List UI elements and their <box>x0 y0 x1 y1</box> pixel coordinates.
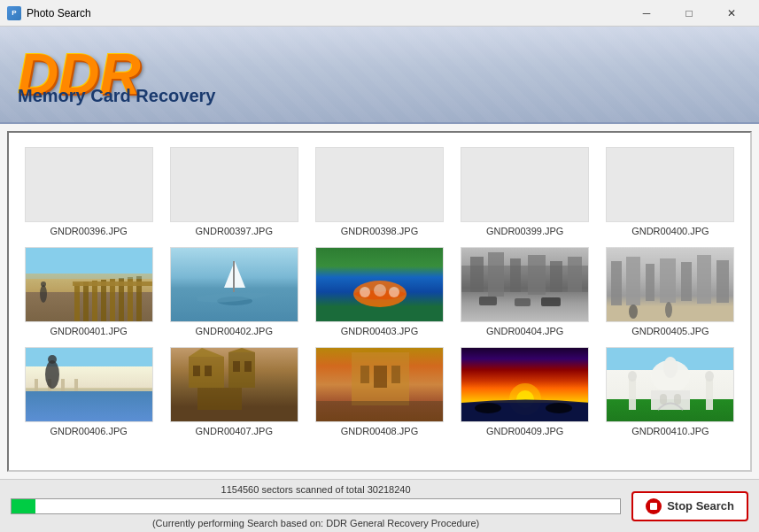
svg-rect-32 <box>646 264 654 301</box>
list-item[interactable]: GNDR00403.JPG <box>306 240 452 340</box>
svg-rect-23 <box>528 255 546 295</box>
photo-label: GNDR00397.JPG <box>196 226 273 236</box>
list-item[interactable]: GNDR00397.JPG <box>161 140 306 240</box>
photo-thumbnail <box>606 147 734 222</box>
svg-rect-70 <box>660 394 667 405</box>
app-subtitle: Memory Card Recovery <box>18 86 215 106</box>
window-title: Photo Search <box>27 7 91 19</box>
svg-point-10 <box>40 285 47 303</box>
photo-thumbnail <box>170 147 298 222</box>
header: DDR Memory Card Recovery <box>0 27 759 124</box>
list-item[interactable]: GNDR00399.JPG <box>453 140 598 240</box>
svg-rect-33 <box>660 258 676 303</box>
title-bar: P Photo Search ─ □ ✕ <box>0 0 759 27</box>
svg-rect-13 <box>233 261 235 292</box>
svg-rect-26 <box>479 297 497 305</box>
photo-label: GNDR00398.JPG <box>341 226 418 236</box>
photo-label: GNDR00403.JPG <box>341 326 418 336</box>
close-button[interactable]: ✕ <box>711 1 752 26</box>
svg-point-61 <box>475 403 501 413</box>
photo-thumbnail <box>606 347 734 422</box>
svg-rect-51 <box>233 361 240 372</box>
title-bar-controls: ─ □ ✕ <box>626 1 752 26</box>
svg-rect-31 <box>626 257 640 305</box>
photo-thumbnail <box>315 247 444 322</box>
svg-point-69 <box>705 371 714 382</box>
photo-label: GNDR00406.JPG <box>50 426 127 436</box>
svg-rect-1 <box>83 281 89 322</box>
svg-point-67 <box>628 371 637 382</box>
list-item[interactable]: GNDR00406.JPG <box>16 340 161 440</box>
stop-icon <box>646 498 662 514</box>
list-item[interactable]: GNDR00401.JPG <box>16 240 161 340</box>
photo-label: GNDR00404.JPG <box>486 326 563 336</box>
list-item[interactable]: GNDR00402.JPG <box>161 240 306 340</box>
svg-rect-27 <box>515 298 531 306</box>
svg-rect-52 <box>244 361 252 372</box>
svg-point-38 <box>665 302 672 318</box>
photo-thumbnail <box>315 347 444 422</box>
photo-thumbnail <box>606 247 734 322</box>
svg-rect-55 <box>374 366 387 388</box>
photo-label: GNDR00400.JPG <box>631 226 709 236</box>
minimize-button[interactable]: ─ <box>626 1 667 26</box>
svg-point-18 <box>389 287 399 297</box>
maximize-button[interactable]: □ <box>669 1 709 26</box>
svg-rect-54 <box>360 366 369 383</box>
svg-rect-36 <box>716 260 729 303</box>
photo-thumbnail <box>315 147 444 222</box>
svg-rect-25 <box>568 257 582 292</box>
list-item[interactable]: GNDR00400.JPG <box>598 140 743 240</box>
svg-point-16 <box>360 287 370 297</box>
progress-sub-label: (Currently performing Search based on: D… <box>11 518 621 528</box>
list-item[interactable]: GNDR00396.JPG <box>16 140 161 240</box>
stop-button-label: Stop Search <box>667 499 734 513</box>
svg-rect-8 <box>73 281 152 286</box>
photo-label: GNDR00396.JPG <box>50 226 127 236</box>
svg-rect-22 <box>510 258 521 292</box>
photo-label: GNDR00399.JPG <box>486 226 563 236</box>
svg-rect-2 <box>92 281 97 322</box>
photo-label: GNDR00410.JPG <box>631 426 709 436</box>
list-item[interactable]: GNDR00404.JPG <box>453 240 598 340</box>
list-item[interactable]: GNDR00405.JPG <box>598 240 743 340</box>
list-item[interactable]: GNDR00408.JPG <box>306 340 452 440</box>
svg-rect-34 <box>681 262 692 301</box>
photo-thumbnail <box>461 147 589 222</box>
svg-point-37 <box>629 305 638 319</box>
photo-thumbnail <box>25 247 153 322</box>
progress-section: 1154560 sectors scanned of total 3021824… <box>11 484 621 528</box>
svg-rect-3 <box>101 280 106 322</box>
stop-search-button[interactable]: Stop Search <box>631 491 748 521</box>
svg-point-45 <box>48 355 57 364</box>
title-bar-left: P Photo Search <box>7 6 91 20</box>
svg-point-64 <box>663 357 678 378</box>
svg-rect-9 <box>26 248 153 279</box>
app-icon: P <box>7 6 21 20</box>
svg-rect-48 <box>197 388 242 410</box>
list-item[interactable]: GNDR00398.JPG <box>306 140 452 240</box>
progress-sector-label: 1154560 sectors scanned of total 3021824… <box>11 484 621 495</box>
svg-rect-20 <box>470 257 484 292</box>
photo-thumbnail <box>25 147 153 222</box>
svg-rect-65 <box>651 390 690 410</box>
photo-label: GNDR00402.JPG <box>196 326 273 336</box>
progress-bar-container <box>11 498 621 514</box>
svg-rect-71 <box>674 394 681 405</box>
bottom-panel: 1154560 sectors scanned of total 3021824… <box>0 479 759 532</box>
photo-grid-container[interactable]: GNDR00396.JPG GNDR00397.JPG GNDR00398.JP… <box>7 131 752 472</box>
photo-label: GNDR00408.JPG <box>341 426 418 436</box>
svg-rect-66 <box>629 379 636 410</box>
list-item[interactable]: GNDR00409.JPG <box>453 340 598 440</box>
progress-bar-fill <box>12 499 35 513</box>
list-item[interactable]: GNDR00410.JPG <box>598 340 743 440</box>
svg-rect-24 <box>550 261 562 292</box>
svg-rect-0 <box>74 283 80 322</box>
svg-rect-68 <box>706 379 713 410</box>
svg-rect-49 <box>193 366 200 376</box>
svg-rect-42 <box>61 379 65 391</box>
svg-rect-21 <box>488 252 504 297</box>
svg-rect-35 <box>697 255 711 304</box>
svg-rect-40 <box>35 379 38 391</box>
list-item[interactable]: GNDR00407.JPG <box>161 340 306 440</box>
